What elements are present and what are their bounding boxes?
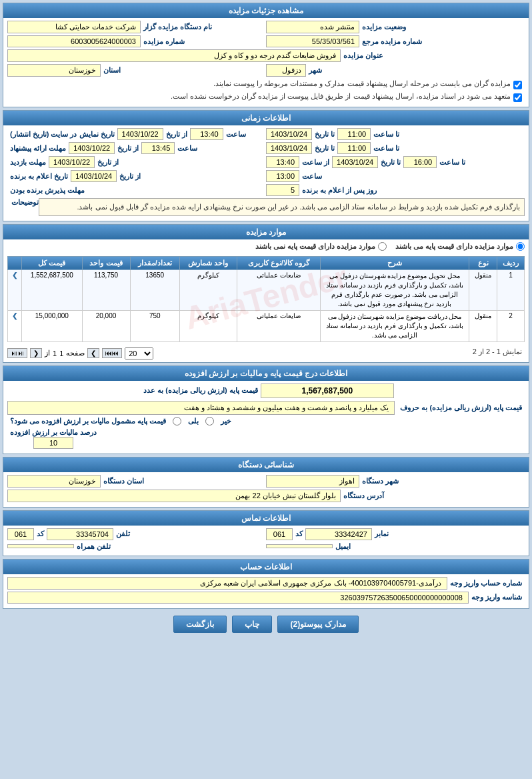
time-section: اطلاعات زمانی تا ساعت 11:00 تا تاریخ 140… [3,110,529,221]
tax-no-radio[interactable] [205,417,214,426]
phone-label: تلفن [116,530,130,538]
time-winner-time: 13:00 [266,170,299,182]
note1-text: مزایده گران می بایست در مرحله ارسال پیشن… [213,79,511,88]
tax-percent-value: 10 [33,437,73,449]
status-label: وضعیت مزایده [362,23,406,31]
device-address-row: آدرس دستگاه بلوار گلستان نبش خیابان 22 ب… [7,490,525,502]
email-value [266,544,333,548]
page-last-btn[interactable]: ⏯⏯ [7,348,27,358]
cell-qty-2: 750 [130,310,179,341]
time-from-label-3: از ساعت [302,158,329,167]
time-to-date-label-1: تا تاریخ [315,130,335,139]
page-first-btn[interactable]: ⏮⏮ [102,348,122,358]
account-row-1: شماره حساب واریز وجه درآمدی-400103970400… [7,577,525,590]
fax-label: نمابر [375,530,389,538]
cell-row-1: 1 [497,269,525,310]
tax-yes-radio[interactable] [173,417,181,426]
time-from-date-label-3: از تاریخ [97,158,119,167]
time-to-label-2: تا ساعت [373,144,399,153]
time-from-date-2: 1403/10/22 [69,142,115,154]
ref-number-value: 55/35/03/561 [266,35,359,47]
items-header: موارد مزایده [3,225,529,239]
cell-action-1[interactable]: ❯ [8,269,22,310]
radio-has-price[interactable] [516,242,525,251]
device-address-label: آدرس دستگاه [343,492,384,500]
account-value: درآمدی-4001039704005791- بانک مرکزی جمهو… [7,577,447,590]
device-city-value: اهواز [266,475,359,488]
phone-value: 33345704 [47,528,113,540]
ref-number-label: شماره مزایده مرجع [362,37,422,46]
time-to-label-3: تا ساعت [439,158,465,167]
time-row-4: ساعت 13:00 از تاریخ 1403/10/24 تاریخ اعل… [7,170,525,182]
account-label: شماره حساب واریز وجه [450,579,522,588]
price-text-row: قیمت پایه (ارزش ریالی مزایده) به حروف یک… [7,401,525,415]
page-current: 1 [59,349,63,357]
details-section: مشاهده جزئیات مزایده وضعیت مزایده منتشر … [3,3,529,107]
time-from-label-2: ساعت [177,144,197,153]
time-to-date-1: 1403/10/24 [266,128,312,140]
col-type: نوع [469,256,497,269]
desc-row: بارگذاری فرم تکمیل شده بازدید و شرایط در… [7,198,525,216]
note2-text: متعهد می شود در اسناد مزایده، ارسال پیشن… [171,92,511,101]
time-to-time-1: 11:00 [337,128,371,140]
status-value: منتشر شده [266,21,359,33]
desc-label: توضیحات [11,198,39,207]
note2-checkbox[interactable] [513,93,522,102]
items-table-wrapper: AriaTender ردیف نوع شرح گروه کالا/نوع کا… [7,253,525,342]
contact-row-2: ایمیل تلفن همراه [7,542,525,551]
cell-unit-price-1: 113,750 [82,269,130,310]
phone-code: 061 [7,528,34,540]
price-num-label: قیمت پایه (ارزش ریالی مزایده) به عدد [143,386,258,395]
back-button[interactable]: بازگشت [173,616,227,633]
cell-total-price-1: 1,552,687,500 [22,269,82,310]
province-label: استان [103,66,121,75]
col-unit-price: قیمت واحد [82,256,130,269]
phone-code-label: کد [37,530,44,538]
cell-action-2[interactable]: ❯ [8,310,22,341]
page-prev-btn[interactable]: ❮ [87,348,99,358]
time-row-2: تا ساعت 11:00 تا تاریخ 1403/10/24 ساعت 1… [7,142,525,154]
page-next-btn[interactable]: ❯ [30,348,42,358]
cell-total-price-2: 15,000,000 [22,310,82,341]
time-from-date-1: 1403/10/22 [117,128,163,140]
details-row-3: عنوان مزایده فروش ضایعات گندم درجه دو و … [7,49,525,62]
winner-days-label: مهلت پذیرش برنده بودن [10,186,85,195]
details-row-2: شماره مزایده مرجع 55/35/03/561 شماره مزا… [7,35,525,47]
time-row-1: تا ساعت 11:00 تا تاریخ 1403/10/24 ساعت 1… [7,128,525,140]
note1-checkbox[interactable] [513,81,522,89]
per-page-select[interactable]: 20 50 100 [125,347,153,359]
visit-label: مهلت بازدید [10,158,46,167]
company-value: شرکت خدمات حمایتی کشا [7,21,141,33]
fax-code-label: کد [295,530,303,538]
device-section: شناسائی دستگاه شهر دستگاه اهواز استان دس… [3,457,529,508]
city-value: دزفول [266,64,306,77]
note2-row: متعهد می شود در اسناد مزایده، ارسال پیشن… [7,91,525,103]
tax-percent-row: درصد مالیات بر ارزش افزوده 10 [7,428,525,449]
account-section: اطلاعات حساب شماره حساب واریز وجه درآمدی… [3,559,529,609]
items-section: موارد مزایده موارد مزایده دارای قیمت پای… [3,224,529,363]
time-winner-date-label: از تاریخ [119,172,141,181]
time-row-3: تا ساعت 16:00 تا تاریخ 1403/10/24 از ساع… [7,156,525,168]
print-button[interactable]: چاپ [232,616,272,633]
time-from-date-label-2: از تاریخ [117,144,139,153]
tax-question-label: قیمت پایه مشمول مالیات بر ارزش افزوده می… [10,417,166,426]
email-label: ایمیل [335,542,351,551]
device-province-value: خوزستان [7,475,101,488]
radio-no-price[interactable] [378,242,387,251]
publish-label: تاریخ نمایش در سایت (تاریخ انتشار) [10,130,115,139]
time-to-date-2: 1403/10/24 [266,142,312,154]
table-row: 2 منقول محل دریافت موضوع مزایده شهرستان … [8,310,525,341]
contact-row-1: نمابر 33342427 کد 061 تلفن 33345704 کد 0… [7,528,525,540]
page-total: 1 [53,349,57,357]
col-unit: واحد شمارش [179,256,237,269]
items-radio-row: موارد مزایده دارای قیمت پایه می باشند مو… [7,242,525,251]
cell-group-1: ضایعات عملیاتی [237,269,320,310]
cell-desc-1: محل تحویل موضوع مزایده شهرستان دزفول می … [320,269,469,310]
time-header: اطلاعات زمانی [3,111,529,125]
device-province-label: استان دستگاه [103,477,144,486]
tax-no-label: خیر [221,417,231,426]
offer-label: مهلت ارائه پیشنهاد [10,144,66,153]
docs-button[interactable]: مدارک پیوستو(2) [277,616,358,633]
time-from-time-2: 13:45 [141,142,175,154]
auction-number-value: 6003005624000003 [7,35,141,47]
